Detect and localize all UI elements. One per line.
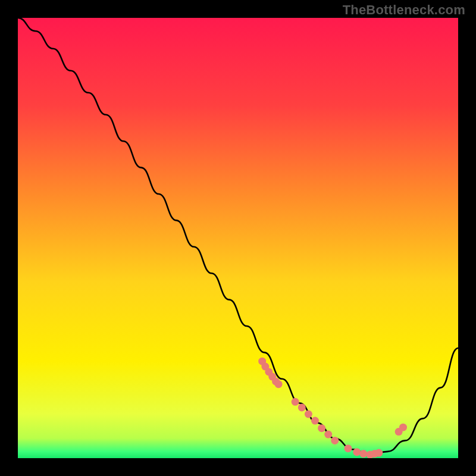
data-point bbox=[292, 398, 299, 406]
heatmap-curve-chart bbox=[18, 18, 458, 458]
data-point bbox=[375, 449, 383, 457]
watermark-text: TheBottleneck.com bbox=[343, 2, 465, 18]
data-point bbox=[331, 437, 339, 444]
data-point bbox=[359, 450, 367, 458]
data-point bbox=[399, 424, 407, 431]
data-point bbox=[353, 448, 361, 456]
data-point bbox=[275, 380, 283, 388]
chart-container: TheBottleneck.com bbox=[0, 0, 476, 476]
data-point bbox=[345, 444, 352, 452]
data-point bbox=[311, 417, 319, 425]
gradient-background bbox=[18, 18, 458, 458]
plot-area bbox=[18, 18, 458, 458]
data-point bbox=[298, 403, 306, 411]
data-point bbox=[318, 424, 325, 432]
data-point bbox=[324, 431, 332, 439]
data-point bbox=[305, 411, 312, 418]
